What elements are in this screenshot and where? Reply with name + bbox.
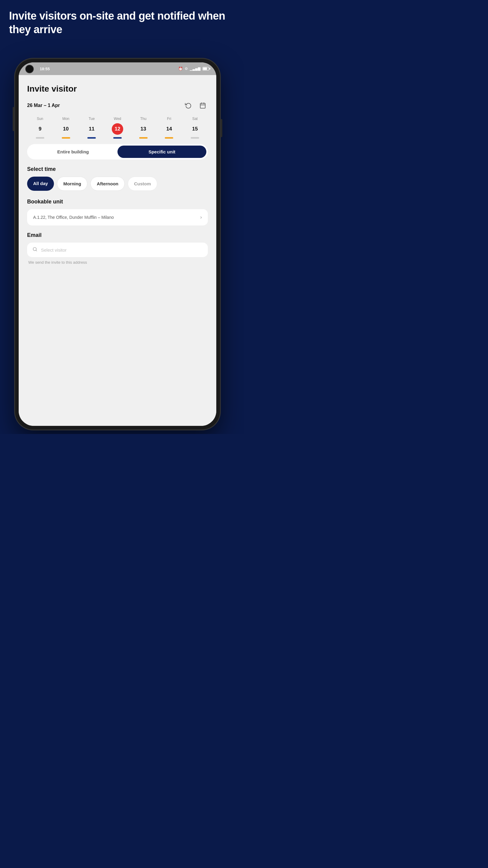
time-options: All day Morning Afternoon Custom — [27, 177, 208, 191]
day-col-wed[interactable]: Wed 12 — [104, 117, 130, 138]
search-icon — [33, 247, 37, 253]
time-chip-custom[interactable]: Custom — [128, 177, 157, 191]
day-name-fri: Fri — [167, 117, 171, 121]
page-title: Invite visitor — [27, 84, 208, 94]
day-name-thu: Thu — [140, 117, 147, 121]
email-hint: We send the invite to this address — [27, 260, 208, 265]
day-bar-fri — [165, 137, 173, 138]
day-bar-sat — [191, 137, 199, 138]
day-num-wed: 12 — [112, 123, 123, 135]
status-icons: ⏰ ⚙ ▁▃▅▇ — [178, 67, 209, 71]
hero-title: Invite visitors on-site and get notified… — [9, 9, 235, 36]
toggle-entire-building[interactable]: Entire building — [29, 146, 118, 158]
date-range-text: 26 Mar – 1 Apr — [27, 103, 60, 108]
calendar-icon[interactable] — [198, 100, 208, 111]
day-name-mon: Mon — [62, 117, 69, 121]
date-icons — [183, 100, 208, 111]
day-col-thu[interactable]: Thu 13 — [130, 117, 156, 138]
app-content: Invite visitor 26 Mar – 1 Apr — [19, 75, 216, 426]
time-chip-afternoon[interactable]: Afternoon — [90, 177, 125, 191]
day-num-thu: 13 — [138, 123, 149, 135]
day-bar-mon — [62, 137, 70, 138]
calendar-week: Sun 9 Mon 10 Tue 11 Wed — [27, 117, 208, 138]
alarm-icon: ⏰ — [178, 67, 183, 71]
svg-line-5 — [36, 250, 37, 251]
day-col-sun[interactable]: Sun 9 — [27, 117, 53, 138]
building-toggle: Entire building Specific unit — [27, 144, 208, 159]
day-col-fri[interactable]: Fri 14 — [156, 117, 182, 138]
phone-mockup: 18:55 ⏰ ⚙ ▁▃▅▇ Invite visitor 26 Mar – 1… — [15, 59, 220, 430]
status-time: 18:55 — [40, 67, 50, 71]
email-placeholder: Select visitor — [41, 247, 67, 253]
camera-cutout — [25, 65, 34, 73]
bookable-unit-label: Bookable unit — [27, 198, 208, 205]
reset-icon[interactable] — [183, 100, 193, 111]
toggle-specific-unit[interactable]: Specific unit — [118, 146, 206, 158]
select-time-label: Select time — [27, 166, 208, 173]
day-col-mon[interactable]: Mon 10 — [53, 117, 79, 138]
signal-icon: ▁▃▅▇ — [190, 67, 201, 71]
bookable-unit-card[interactable]: A.1.22, The Office, Dunder Mufflin – Mil… — [27, 209, 208, 225]
day-num-sat: 15 — [189, 123, 201, 135]
day-name-sun: Sun — [37, 117, 43, 121]
date-range-row: 26 Mar – 1 Apr — [27, 100, 208, 111]
day-bar-wed — [113, 137, 122, 138]
time-chip-morning[interactable]: Morning — [57, 177, 87, 191]
day-col-tue[interactable]: Tue 11 — [78, 117, 104, 138]
day-bar-sun — [36, 137, 44, 138]
day-num-fri: 14 — [163, 123, 175, 135]
settings-icon: ⚙ — [185, 67, 188, 71]
day-bar-thu — [139, 137, 148, 138]
bookable-unit-value: A.1.22, The Office, Dunder Mufflin – Mil… — [33, 215, 114, 220]
email-input-card[interactable]: Select visitor — [27, 243, 208, 257]
status-bar: 18:55 ⏰ ⚙ ▁▃▅▇ — [19, 62, 216, 75]
phone-screen: 18:55 ⏰ ⚙ ▁▃▅▇ Invite visitor 26 Mar – 1… — [19, 62, 216, 426]
day-name-tue: Tue — [89, 117, 95, 121]
svg-rect-0 — [200, 103, 205, 108]
time-chip-allday[interactable]: All day — [27, 177, 54, 191]
day-num-sun: 9 — [34, 123, 46, 135]
day-name-sat: Sat — [192, 117, 198, 121]
email-label: Email — [27, 232, 208, 239]
bookable-unit-chevron-icon: › — [200, 215, 202, 220]
battery-icon — [202, 67, 209, 70]
day-num-mon: 10 — [60, 123, 72, 135]
day-col-sat[interactable]: Sat 15 — [182, 117, 208, 138]
day-bar-tue — [87, 137, 96, 138]
day-name-wed: Wed — [114, 117, 121, 121]
day-num-tue: 11 — [86, 123, 97, 135]
